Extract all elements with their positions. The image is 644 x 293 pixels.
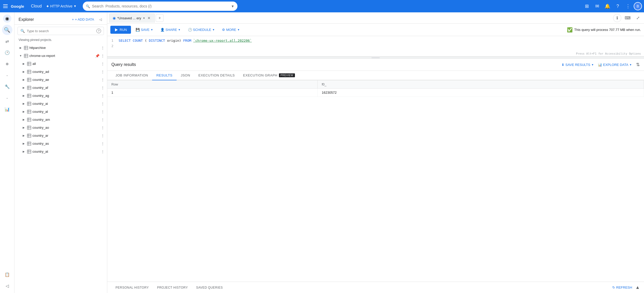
collapse-panel-button[interactable]: ◁ xyxy=(98,16,103,22)
search-input[interactable] xyxy=(92,4,229,8)
google-logo-icon: Google xyxy=(11,3,29,9)
tree-more[interactable]: ⋮ xyxy=(101,133,105,138)
hamburger-menu[interactable] xyxy=(2,3,9,9)
query-tab-label: *Unsaved ... ery xyxy=(117,16,141,20)
bottom-bar: PERSONAL HISTORY PROJECT HISTORY SAVED Q… xyxy=(107,282,644,293)
tree-more[interactable]: ⋮ xyxy=(101,141,105,146)
line-num-2: 2 xyxy=(111,44,114,49)
google-cloud-logo[interactable]: Google Cloud xyxy=(11,3,42,9)
saved-queries-label: SAVED QUERIES xyxy=(196,286,223,289)
sidebar-item-search[interactable]: 🔍 xyxy=(2,25,12,35)
tree-more[interactable]: ⋮ xyxy=(101,69,105,74)
resize-handle[interactable] xyxy=(107,57,644,59)
tree-more[interactable]: ⋮ xyxy=(101,77,105,82)
svg-rect-45 xyxy=(27,134,31,137)
tree-more[interactable]: ⋮ xyxy=(101,109,105,114)
save-results-button[interactable]: ⬇ SAVE RESULTS ▼ xyxy=(562,63,594,67)
tree-more-chrome-ux[interactable]: ⋮ xyxy=(101,53,105,58)
svg-rect-29 xyxy=(27,102,31,106)
add-data-button[interactable]: + + ADD DATA xyxy=(70,16,96,22)
tree-item-all[interactable]: ▶ all ⋮ xyxy=(14,60,107,68)
project-selector[interactable]: ✦ HTTP Archive ▼ xyxy=(44,3,79,10)
explorer-search-input[interactable] xyxy=(27,29,94,33)
tree-more-all[interactable]: ⋮ xyxy=(101,61,105,66)
tab-execution-details[interactable]: EXECUTION DETAILS xyxy=(194,71,239,80)
sidebar-item-clipboard[interactable]: 📋 xyxy=(2,269,12,280)
sidebar-collapse[interactable]: ◁ xyxy=(2,281,12,291)
fullscreen-icon[interactable]: ⤢ xyxy=(634,14,642,22)
tree-more[interactable]: ⋮ xyxy=(101,117,105,122)
tree-item-country_ar[interactable]: ▶ country_ar ⋮ xyxy=(14,132,107,140)
search-bar[interactable]: 🔍 ▼ xyxy=(83,2,237,11)
check-icon: ✅ xyxy=(567,27,573,33)
tab-results[interactable]: RESULTS xyxy=(152,71,177,80)
tree-more[interactable]: ⋮ xyxy=(101,101,105,106)
tree-item-country_as[interactable]: ▶ country_as ⋮ xyxy=(14,140,107,148)
tab-job-information[interactable]: JOB INFORMATION xyxy=(111,71,152,80)
sidebar-item-history[interactable]: 🕐 xyxy=(2,47,12,58)
tree-more-httparchive[interactable]: ⋮ xyxy=(101,45,105,50)
user-avatar[interactable]: B xyxy=(634,2,642,10)
tab-personal-history[interactable]: PERSONAL HISTORY xyxy=(111,283,153,292)
tree-item-country_al[interactable]: ▶ country_al ⋮ xyxy=(14,108,107,116)
sql-editor[interactable]: 1 SELECT COUNT ( DISTINCT origin) FROM `… xyxy=(107,36,644,57)
info-icon[interactable]: ℹ xyxy=(613,14,621,22)
query-tab-close-button[interactable]: ✕ xyxy=(147,16,151,20)
tree-more[interactable]: ⋮ xyxy=(101,149,105,154)
tree-item-country_at[interactable]: ▶ country_at ⋮ xyxy=(14,148,107,156)
save-button[interactable]: 💾 SAVE ▼ xyxy=(133,26,156,33)
query-tab-unsaved[interactable]: ◉ *Unsaved ... ery ▼ ✕ xyxy=(109,13,155,23)
email-icon[interactable]: ✉ xyxy=(592,2,602,11)
run-button[interactable]: RUN xyxy=(110,26,131,34)
tree-item-country_ag[interactable]: ▶ country_ag ⋮ xyxy=(14,92,107,100)
schedule-button[interactable]: 🕐 SCHEDULE ▼ xyxy=(185,26,218,33)
results-actions: ⬇ SAVE RESULTS ▼ 📊 EXPLORE DATA ▼ ⇅ xyxy=(562,62,640,67)
more-options-icon[interactable]: ⋮ xyxy=(623,2,633,11)
tree-more[interactable]: ⋮ xyxy=(101,85,105,90)
sidebar-item-wrench[interactable]: 🔧 xyxy=(2,81,12,92)
apps-icon[interactable]: ⊞ xyxy=(582,2,591,11)
run-icon xyxy=(114,28,118,32)
help-icon[interactable]: ? xyxy=(613,2,622,11)
bigquery-icon[interactable]: ◉ xyxy=(5,16,9,21)
tree-item-httparchive[interactable]: ▶ httparchive ⋮ xyxy=(14,44,107,52)
share-button[interactable]: 👤 SHARE ▼ xyxy=(158,26,183,33)
refresh-button[interactable]: ↻ REFRESH xyxy=(612,286,632,289)
search-help-icon[interactable]: ? xyxy=(96,29,101,33)
keyboard-icon[interactable]: ⌨ xyxy=(623,14,632,22)
job-information-label: JOB INFORMATION xyxy=(115,73,148,77)
tab-project-history[interactable]: PROJECT HISTORY xyxy=(153,283,192,292)
tab-execution-graph[interactable]: EXECUTION GRAPH PREVIEW xyxy=(239,71,299,80)
sidebar-item-analytics[interactable]: 📊 xyxy=(2,104,12,114)
sidebar-item-scheduled[interactable]: ⊗ xyxy=(2,59,12,69)
tab-json[interactable]: JSON xyxy=(177,71,194,80)
explorer-header: Explorer + + ADD DATA ◁ xyxy=(14,12,107,25)
tree-item-country_ae[interactable]: ▶ country_ae ⋮ xyxy=(14,76,107,84)
sidebar-item-dot1: · xyxy=(2,70,12,80)
query-tab-chevron[interactable]: ▼ xyxy=(143,17,145,20)
sidebar-item-transfers[interactable]: ⇄ xyxy=(2,36,12,46)
viewing-text: Viewing pinned projects. xyxy=(14,37,107,44)
tree-item-chrome-ux-report[interactable]: ▼ chrome-ux-report 📌 ⋮ xyxy=(14,52,107,60)
tree-item-country_ad[interactable]: ▶ country_ad ⋮ xyxy=(14,68,107,76)
tree-more[interactable]: ⋮ xyxy=(101,125,105,130)
tree-item-country_am[interactable]: ▶ country_am ⋮ xyxy=(14,116,107,124)
new-tab-button[interactable]: + xyxy=(156,14,163,22)
notifications-icon[interactable]: 🔔 xyxy=(603,2,612,11)
notice-text: This query will process 707.77 MB when r… xyxy=(574,28,641,32)
tab-saved-queries[interactable]: SAVED QUERIES xyxy=(192,283,227,292)
table-icon-chrome-ux xyxy=(24,54,28,58)
tree-label: country_ai xyxy=(32,102,100,106)
more-button[interactable]: ⚙ MORE ▼ xyxy=(219,26,242,33)
tree-item-country_ao[interactable]: ▶ country_ao ⋮ xyxy=(14,124,107,132)
tree-chevron-httparchive: ▶ xyxy=(19,46,23,50)
tree-more[interactable]: ⋮ xyxy=(101,93,105,98)
tree-item-country_ai[interactable]: ▶ country_ai ⋮ xyxy=(14,100,107,108)
tree-label: country_ad xyxy=(32,70,100,74)
collapse-bottom-button[interactable]: ▲ xyxy=(635,285,640,290)
explore-data-button[interactable]: 📊 EXPLORE DATA ▼ xyxy=(598,63,632,67)
tree-item-country_af[interactable]: ▶ country_af ⋮ xyxy=(14,84,107,92)
svg-rect-1 xyxy=(24,46,28,50)
search-chevron-icon[interactable]: ▼ xyxy=(231,4,234,8)
expand-results-button[interactable]: ⇅ xyxy=(636,62,640,67)
